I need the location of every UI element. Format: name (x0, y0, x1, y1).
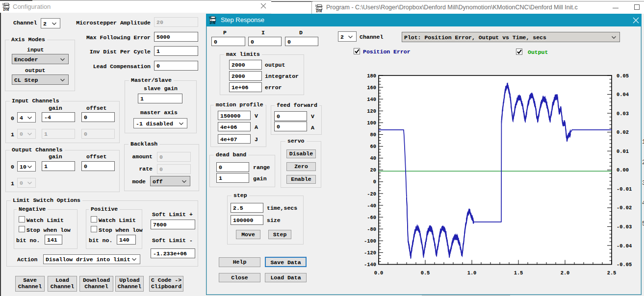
svg-text:-120: -120 (364, 250, 376, 256)
svg-text:-100: -100 (364, 238, 376, 244)
svg-text:-0.05: -0.05 (617, 262, 632, 268)
svg-text:2.0: 2.0 (561, 270, 570, 276)
svg-text:-0.03: -0.03 (617, 224, 632, 230)
svg-text:0.03: 0.03 (617, 111, 629, 117)
svg-text:180: 180 (367, 73, 376, 79)
svg-text:0.00: 0.00 (617, 167, 629, 173)
svg-text:60: 60 (370, 144, 376, 149)
svg-text:DM: DM (3, 7, 9, 11)
svg-text:20: 20 (370, 167, 376, 173)
svg-text:160: 160 (367, 85, 376, 91)
svg-text:2.5: 2.5 (607, 270, 617, 276)
svg-text:40: 40 (370, 155, 376, 161)
svg-text:0.04: 0.04 (617, 92, 629, 98)
svg-text:140: 140 (367, 97, 376, 102)
svg-text:0.0: 0.0 (374, 270, 384, 276)
svg-text:-80: -80 (367, 226, 376, 232)
svg-text:-0.02: -0.02 (617, 205, 632, 211)
svg-text:-0.01: -0.01 (617, 186, 632, 192)
svg-text:DM: DM (316, 9, 322, 12)
svg-text:120: 120 (367, 108, 376, 114)
svg-text:-0.04: -0.04 (617, 243, 632, 249)
svg-text:-60: -60 (367, 215, 376, 221)
svg-text:0: 0 (373, 179, 376, 185)
svg-text:0.05: 0.05 (617, 73, 629, 79)
svg-text:-40: -40 (367, 203, 376, 209)
svg-text:0.02: 0.02 (617, 129, 629, 135)
svg-text:-20: -20 (367, 191, 376, 197)
svg-text:1.5: 1.5 (514, 270, 523, 276)
svg-text:80: 80 (370, 132, 376, 138)
svg-text:0.01: 0.01 (617, 148, 629, 154)
svg-text:100: 100 (367, 120, 376, 126)
svg-text:1.0: 1.0 (467, 270, 477, 276)
svg-text:-140: -140 (364, 262, 376, 268)
svg-text:0.5: 0.5 (421, 270, 430, 276)
